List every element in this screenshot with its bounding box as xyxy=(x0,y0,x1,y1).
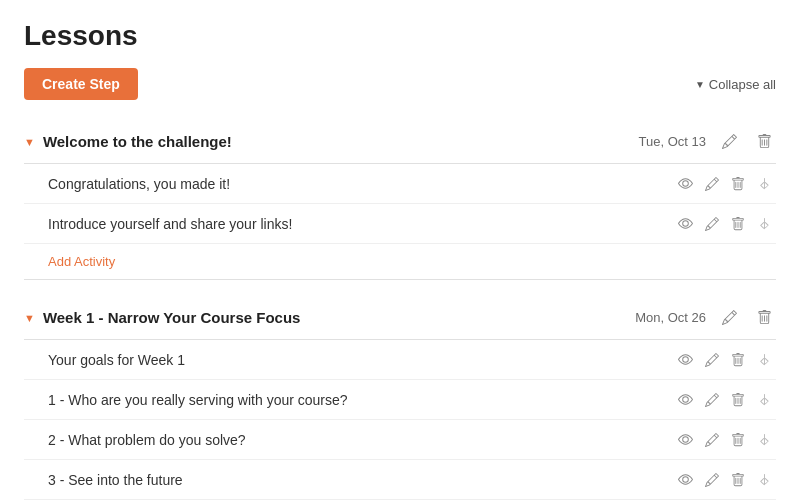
section-1: ▼Welcome to the challenge!Tue, Oct 13Con… xyxy=(24,120,776,280)
arrows-icon xyxy=(757,176,772,191)
activity-view-button[interactable] xyxy=(674,174,697,193)
section-2: ▼Week 1 - Narrow Your Course FocusMon, O… xyxy=(24,296,776,500)
pencil-icon xyxy=(705,353,719,367)
pencil-icon xyxy=(705,393,719,407)
section-delete-button[interactable] xyxy=(753,132,776,151)
section-header-2: ▼Week 1 - Narrow Your Course FocusMon, O… xyxy=(24,296,776,340)
activity-title: Your goals for Week 1 xyxy=(48,352,185,368)
activity-row: Introduce yourself and share your links! xyxy=(24,204,776,244)
pencil-icon xyxy=(705,473,719,487)
activity-delete-button[interactable] xyxy=(727,391,749,409)
activity-row: Your goals for Week 1 xyxy=(24,340,776,380)
section-delete-button[interactable] xyxy=(753,308,776,327)
chevron-down-icon[interactable]: ▼ xyxy=(24,312,35,324)
section-edit-button[interactable] xyxy=(718,308,741,327)
collapse-all-button[interactable]: Collapse all xyxy=(695,77,776,92)
eye-icon xyxy=(678,352,693,367)
arrows-icon xyxy=(757,392,772,407)
activity-view-button[interactable] xyxy=(674,214,697,233)
activity-edit-button[interactable] xyxy=(701,351,723,369)
arrows-icon xyxy=(757,432,772,447)
trash-icon xyxy=(731,433,745,447)
activity-edit-button[interactable] xyxy=(701,431,723,449)
arrows-icon xyxy=(757,216,772,231)
activity-title: 3 - See into the future xyxy=(48,472,183,488)
pencil-icon xyxy=(722,310,737,325)
activity-title: 1 - Who are you really serving with your… xyxy=(48,392,348,408)
section-date: Tue, Oct 13 xyxy=(639,134,706,149)
activity-view-button[interactable] xyxy=(674,390,697,409)
activity-sort-handle[interactable] xyxy=(753,214,776,233)
eye-icon xyxy=(678,432,693,447)
activity-row: 3 - See into the future xyxy=(24,460,776,500)
activity-sort-handle[interactable] xyxy=(753,390,776,409)
add-activity-button[interactable]: Add Activity xyxy=(24,244,115,279)
activity-sort-handle[interactable] xyxy=(753,430,776,449)
activity-view-button[interactable] xyxy=(674,430,697,449)
eye-icon xyxy=(678,392,693,407)
trash-icon xyxy=(731,177,745,191)
activity-edit-button[interactable] xyxy=(701,471,723,489)
section-title: Welcome to the challenge! xyxy=(43,133,232,150)
sections-container: ▼Welcome to the challenge!Tue, Oct 13Con… xyxy=(24,120,776,500)
activity-delete-button[interactable] xyxy=(727,431,749,449)
activity-sort-handle[interactable] xyxy=(753,174,776,193)
activity-edit-button[interactable] xyxy=(701,391,723,409)
pencil-icon xyxy=(722,134,737,149)
pencil-icon xyxy=(705,177,719,191)
chevron-down-icon[interactable]: ▼ xyxy=(24,136,35,148)
trash-icon xyxy=(731,393,745,407)
activity-edit-button[interactable] xyxy=(701,215,723,233)
toolbar: Create Step Collapse all xyxy=(24,68,776,100)
arrows-icon xyxy=(757,352,772,367)
trash-icon xyxy=(731,217,745,231)
activity-delete-button[interactable] xyxy=(727,175,749,193)
activity-row: 2 - What problem do you solve? xyxy=(24,420,776,460)
activity-row: Congratulations, you made it! xyxy=(24,164,776,204)
activity-delete-button[interactable] xyxy=(727,471,749,489)
section-date: Mon, Oct 26 xyxy=(635,310,706,325)
activity-sort-handle[interactable] xyxy=(753,470,776,489)
activity-view-button[interactable] xyxy=(674,470,697,489)
activity-row: 1 - Who are you really serving with your… xyxy=(24,380,776,420)
trash-icon xyxy=(731,473,745,487)
activity-title: Introduce yourself and share your links! xyxy=(48,216,292,232)
section-edit-button[interactable] xyxy=(718,132,741,151)
activity-view-button[interactable] xyxy=(674,350,697,369)
page-title: Lessons xyxy=(24,20,776,52)
activity-title: 2 - What problem do you solve? xyxy=(48,432,246,448)
eye-icon xyxy=(678,176,693,191)
trash-icon xyxy=(731,353,745,367)
create-step-button[interactable]: Create Step xyxy=(24,68,138,100)
pencil-icon xyxy=(705,217,719,231)
arrows-icon xyxy=(757,472,772,487)
activity-sort-handle[interactable] xyxy=(753,350,776,369)
activity-delete-button[interactable] xyxy=(727,215,749,233)
eye-icon xyxy=(678,216,693,231)
trash-icon xyxy=(757,134,772,149)
trash-icon xyxy=(757,310,772,325)
eye-icon xyxy=(678,472,693,487)
activity-title: Congratulations, you made it! xyxy=(48,176,230,192)
section-header-1: ▼Welcome to the challenge!Tue, Oct 13 xyxy=(24,120,776,164)
activity-delete-button[interactable] xyxy=(727,351,749,369)
activity-edit-button[interactable] xyxy=(701,175,723,193)
pencil-icon xyxy=(705,433,719,447)
section-title: Week 1 - Narrow Your Course Focus xyxy=(43,309,301,326)
